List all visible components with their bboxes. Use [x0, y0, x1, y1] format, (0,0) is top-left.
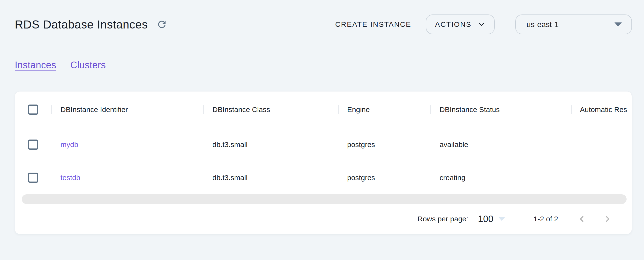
- cell-status: creating: [440, 174, 466, 182]
- tab-clusters[interactable]: Clusters: [70, 60, 106, 71]
- horizontal-scrollbar-thumb[interactable]: [22, 194, 626, 204]
- column-divider: [203, 105, 204, 114]
- rows-per-page-label: Rows per page:: [418, 215, 468, 223]
- refresh-button[interactable]: [155, 18, 168, 31]
- rows-per-page-value: 100: [478, 214, 493, 224]
- instances-table-card: DBInstance Identifier DBInstance Class E…: [15, 91, 632, 234]
- pagination-bar: Rows per page: 100 1-2 of 2: [15, 204, 632, 234]
- column-header-class: DBInstance Class: [203, 92, 338, 128]
- chevron-right-icon: [603, 215, 612, 223]
- column-header-identifier: DBInstance Identifier: [51, 92, 203, 128]
- actions-button[interactable]: ACTIONS: [426, 14, 495, 34]
- column-header-automatic: Automatic Res: [571, 92, 632, 128]
- cell-class: db.t3.small: [212, 174, 248, 182]
- page-title: RDS Database Instances: [15, 18, 148, 31]
- chevron-down-icon: [477, 20, 486, 28]
- cell-class: db.t3.small: [212, 140, 248, 149]
- cell-engine: postgres: [347, 174, 375, 182]
- column-header-engine: Engine: [338, 92, 430, 128]
- tab-instances[interactable]: Instances: [15, 60, 56, 71]
- create-instance-button[interactable]: CREATE INSTANCE: [328, 15, 418, 33]
- select-all-checkbox[interactable]: [28, 105, 38, 115]
- header-divider: [506, 13, 506, 35]
- actions-button-label: ACTIONS: [435, 20, 472, 28]
- cell-status: available: [440, 140, 468, 149]
- column-divider: [571, 105, 572, 114]
- column-header-status: DBInstance Status: [430, 92, 571, 128]
- table-header-row: DBInstance Identifier DBInstance Class E…: [15, 92, 632, 128]
- pagination-range: 1-2 of 2: [534, 215, 558, 223]
- tab-bar: Instances Clusters: [0, 49, 644, 81]
- table-scroll-area: DBInstance Identifier DBInstance Class E…: [15, 92, 632, 194]
- next-page-button[interactable]: [599, 210, 616, 228]
- table-row: mydb db.t3.small postgres available: [15, 128, 632, 161]
- triangle-down-icon: [498, 217, 505, 221]
- region-select[interactable]: us-east-1: [515, 14, 632, 34]
- table-row: testdb db.t3.small postgres creating: [15, 161, 632, 194]
- row-checkbox[interactable]: [28, 139, 38, 150]
- column-divider: [430, 105, 431, 114]
- rows-per-page-select[interactable]: 100: [478, 214, 505, 224]
- refresh-icon: [156, 19, 168, 30]
- triangle-down-icon: [614, 22, 622, 26]
- chevron-left-icon: [578, 215, 586, 223]
- previous-page-button[interactable]: [573, 210, 590, 228]
- instance-link[interactable]: mydb: [60, 140, 78, 149]
- column-divider: [338, 105, 339, 114]
- row-checkbox[interactable]: [28, 173, 38, 183]
- region-select-value: us-east-1: [526, 20, 558, 29]
- column-divider: [51, 105, 52, 114]
- cell-engine: postgres: [347, 140, 375, 149]
- app-header: RDS Database Instances CREATE INSTANCE A…: [0, 0, 644, 49]
- instance-link[interactable]: testdb: [60, 174, 80, 182]
